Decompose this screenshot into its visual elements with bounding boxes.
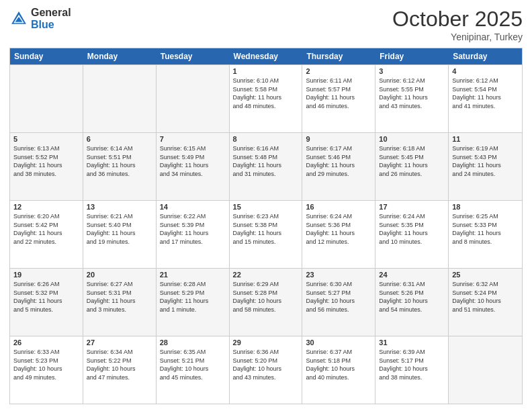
cell-text: Sunset: 5:38 PM (233, 222, 299, 230)
cell-text: Daylight: 11 hours (160, 230, 226, 238)
calendar-cell: 8Sunrise: 6:16 AMSunset: 5:48 PMDaylight… (230, 133, 303, 200)
cell-text: Sunset: 5:32 PM (13, 289, 79, 298)
cell-text: Daylight: 10 hours (306, 298, 371, 306)
cell-text: and 1 minute. (160, 306, 226, 314)
cell-text: Sunset: 5:55 PM (379, 86, 445, 94)
day-number: 26 (13, 338, 79, 347)
day-number: 3 (379, 67, 445, 75)
cell-text: Sunset: 5:23 PM (13, 357, 79, 365)
day-number: 17 (379, 203, 445, 211)
cell-text: and 38 minutes. (379, 374, 445, 382)
cell-text: and 41 minutes. (452, 103, 519, 111)
cell-text: Sunset: 5:42 PM (13, 222, 79, 230)
cell-text: Sunrise: 6:19 AM (452, 145, 519, 153)
cell-text: and 54 minutes. (379, 306, 445, 314)
day-number: 27 (87, 338, 152, 347)
calendar-cell: 31Sunrise: 6:39 AMSunset: 5:17 PMDayligh… (375, 336, 449, 404)
logo-general-text: General (31, 7, 71, 19)
logo-text: General Blue (31, 7, 71, 30)
day-number: 14 (160, 203, 226, 211)
calendar-row: 5Sunrise: 6:13 AMSunset: 5:52 PMDaylight… (10, 132, 522, 200)
calendar-header-cell: Wednesday (230, 48, 303, 64)
cell-text: Sunset: 5:51 PM (87, 154, 152, 162)
calendar-cell: 29Sunrise: 6:36 AMSunset: 5:20 PMDayligh… (230, 336, 303, 404)
cell-text: Sunrise: 6:33 AM (13, 349, 79, 357)
calendar-cell: 14Sunrise: 6:22 AMSunset: 5:39 PMDayligh… (157, 201, 230, 268)
cell-text: Sunset: 5:46 PM (306, 154, 371, 162)
cell-text: Daylight: 11 hours (87, 162, 152, 170)
cell-text: Sunrise: 6:25 AM (452, 213, 519, 221)
logo: General Blue (9, 7, 71, 30)
cell-text: Daylight: 11 hours (379, 230, 445, 238)
cell-text: Sunrise: 6:22 AM (160, 213, 226, 221)
cell-text: Sunset: 5:27 PM (306, 289, 371, 298)
day-number: 18 (452, 203, 519, 211)
location-subtitle: Yenipinar, Turkey (392, 32, 523, 42)
cell-text: and 19 minutes. (87, 238, 152, 246)
cell-text: Sunrise: 6:13 AM (13, 145, 79, 153)
cell-text: Daylight: 11 hours (452, 94, 519, 102)
calendar-cell: 26Sunrise: 6:33 AMSunset: 5:23 PMDayligh… (10, 336, 83, 404)
calendar-cell: 27Sunrise: 6:34 AMSunset: 5:22 PMDayligh… (83, 336, 157, 404)
cell-text: and 15 minutes. (233, 238, 299, 246)
day-number: 10 (379, 135, 445, 143)
cell-text: Daylight: 11 hours (306, 94, 371, 102)
cell-text: Daylight: 10 hours (233, 298, 299, 306)
calendar-cell: 6Sunrise: 6:14 AMSunset: 5:51 PMDaylight… (83, 133, 157, 200)
cell-text: Sunset: 5:48 PM (233, 154, 299, 162)
cell-text: Daylight: 11 hours (306, 162, 371, 170)
calendar-header-cell: Saturday (449, 48, 522, 64)
calendar-cell: 19Sunrise: 6:26 AMSunset: 5:32 PMDayligh… (10, 269, 83, 336)
day-number: 31 (379, 338, 445, 347)
cell-text: Sunset: 5:36 PM (306, 222, 371, 230)
day-number: 16 (306, 203, 371, 211)
cell-text: and 45 minutes. (160, 374, 226, 382)
cell-text: Daylight: 11 hours (87, 230, 152, 238)
cell-text: Daylight: 10 hours (160, 365, 226, 373)
day-number: 20 (87, 271, 152, 279)
cell-text: and 51 minutes. (452, 306, 519, 314)
calendar-cell: 3Sunrise: 6:12 AMSunset: 5:55 PMDaylight… (375, 65, 449, 132)
cell-text: Sunrise: 6:24 AM (306, 213, 371, 221)
cell-text: Sunrise: 6:31 AM (379, 281, 445, 289)
cell-text: Sunset: 5:26 PM (379, 289, 445, 298)
cell-text: Sunrise: 6:39 AM (379, 349, 445, 357)
cell-text: and 12 minutes. (306, 238, 371, 246)
cell-text: Daylight: 11 hours (160, 162, 226, 170)
cell-text: Sunset: 5:29 PM (160, 289, 226, 298)
cell-text: Sunset: 5:28 PM (233, 289, 299, 298)
cell-text: Sunrise: 6:18 AM (379, 145, 445, 153)
cell-text: and 22 minutes. (13, 238, 79, 246)
cell-text: Daylight: 11 hours (13, 230, 79, 238)
cell-text: and 24 minutes. (452, 171, 519, 179)
cell-text: Sunset: 5:18 PM (306, 357, 371, 365)
cell-text: Daylight: 10 hours (379, 365, 445, 373)
cell-text: Sunrise: 6:23 AM (233, 213, 299, 221)
cell-text: Daylight: 10 hours (87, 365, 152, 373)
cell-text: and 48 minutes. (233, 103, 299, 111)
cell-text: and 36 minutes. (87, 171, 152, 179)
calendar-cell: 21Sunrise: 6:28 AMSunset: 5:29 PMDayligh… (157, 269, 230, 336)
day-number: 22 (233, 271, 299, 279)
calendar-row: 26Sunrise: 6:33 AMSunset: 5:23 PMDayligh… (10, 336, 522, 404)
cell-text: Sunrise: 6:11 AM (306, 77, 371, 85)
cell-text: Sunset: 5:54 PM (452, 86, 519, 94)
calendar-cell (83, 65, 157, 132)
cell-text: and 10 minutes. (379, 238, 445, 246)
calendar-cell: 16Sunrise: 6:24 AMSunset: 5:36 PMDayligh… (302, 201, 375, 268)
day-number: 24 (379, 271, 445, 279)
cell-text: Sunrise: 6:10 AM (233, 77, 299, 85)
cell-text: and 8 minutes. (452, 238, 519, 246)
cell-text: Sunrise: 6:30 AM (306, 281, 371, 289)
cell-text: Sunrise: 6:14 AM (87, 145, 152, 153)
cell-text: Daylight: 10 hours (13, 365, 79, 373)
cell-text: Sunrise: 6:17 AM (306, 145, 371, 153)
logo-icon (9, 9, 28, 28)
cell-text: Daylight: 11 hours (379, 162, 445, 170)
day-number: 25 (452, 271, 519, 279)
calendar-cell: 11Sunrise: 6:19 AMSunset: 5:43 PMDayligh… (449, 133, 522, 200)
cell-text: and 43 minutes. (379, 103, 445, 111)
cell-text: Sunset: 5:33 PM (452, 222, 519, 230)
calendar-cell: 15Sunrise: 6:23 AMSunset: 5:38 PMDayligh… (230, 201, 303, 268)
day-number: 28 (160, 338, 226, 347)
